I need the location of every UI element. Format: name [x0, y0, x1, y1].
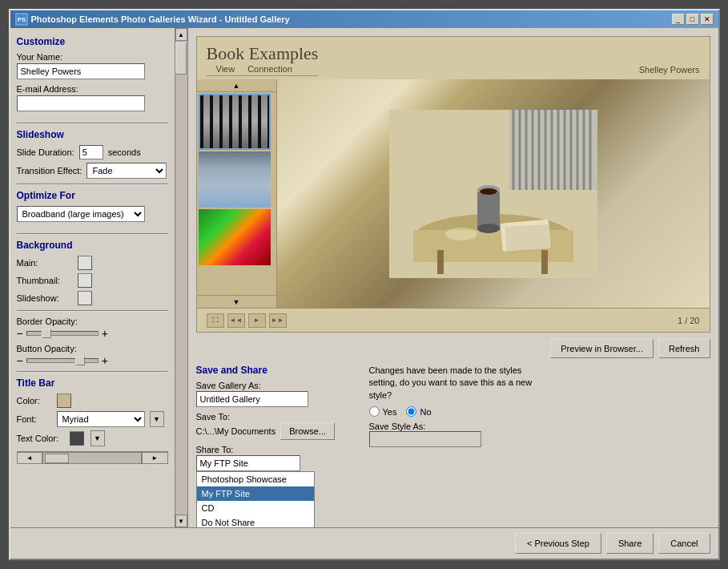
divider-2	[17, 184, 168, 185]
tab-connection[interactable]: Connection	[247, 64, 292, 75]
thumb-item-1[interactable]	[199, 94, 271, 150]
text-color-swatch[interactable]	[70, 431, 84, 446]
close-button[interactable]: ✕	[701, 14, 714, 25]
border-opacity-track[interactable]	[26, 331, 99, 336]
minimize-button[interactable]: _	[672, 14, 685, 25]
slide-duration-row: Slide Duration: seconds	[17, 145, 168, 159]
slide-duration-input[interactable]	[79, 145, 103, 159]
text-color-row: Text Color: ▼	[17, 430, 168, 446]
gallery-thumbs-panel: ▲ ▼	[197, 79, 277, 308]
share-to-input[interactable]	[196, 455, 300, 471]
sidebar-scroll-right[interactable]: ►	[142, 452, 168, 464]
border-opacity-plus[interactable]: +	[102, 328, 108, 339]
color-row: Color:	[17, 393, 168, 408]
bg-main-color[interactable]	[78, 256, 92, 270]
save-style-input[interactable]	[369, 431, 481, 447]
font-label: Font:	[17, 414, 52, 424]
bg-thumb-color[interactable]	[78, 273, 92, 288]
ctrl-fullscreen-btn[interactable]: ⛶	[207, 313, 224, 328]
text-color-dropdown-btn[interactable]: ▼	[90, 430, 105, 446]
window-body: Customize Your Name: E-mail Address: Sli…	[10, 28, 718, 527]
thumbs-scroll-up[interactable]: ▲	[197, 79, 276, 92]
border-opacity-minus[interactable]: −	[17, 328, 23, 339]
name-input[interactable]	[17, 63, 145, 79]
share-button[interactable]: Share	[606, 533, 654, 554]
section-title-bar: Title Bar	[17, 377, 168, 389]
yes-no-row: Yes No	[369, 406, 710, 417]
save-style-label: Save Style As:	[369, 422, 710, 431]
gallery-preview: Book Examples View Connection Shelley Po…	[196, 36, 710, 333]
bg-slide-color[interactable]	[78, 291, 92, 305]
gallery-tabs-title: Book Examples View Connection	[207, 43, 319, 76]
transition-row: Transition Effect: Fade Dissolve Cut	[17, 163, 168, 179]
save-to-label: Save To:	[196, 412, 356, 422]
no-radio-label[interactable]: No	[406, 406, 431, 417]
preview-browser-button[interactable]: Preview in Browser...	[550, 339, 654, 358]
bottom-bar: < Previous Step Share Cancel	[10, 527, 718, 559]
sidebar-scrollbar: ▲ ▼	[175, 28, 187, 527]
title-color[interactable]	[57, 393, 71, 408]
cancel-button[interactable]: Cancel	[658, 533, 710, 554]
font-dropdown-btn[interactable]: ▼	[150, 411, 164, 427]
button-opacity-thumb[interactable]	[75, 356, 85, 365]
thumb-item-3[interactable]	[199, 209, 271, 265]
section-customize: Customize	[17, 36, 168, 47]
previous-step-button[interactable]: < Previous Step	[515, 533, 601, 554]
yes-radio-label[interactable]: Yes	[369, 406, 397, 417]
gallery-header: Book Examples View Connection Shelley Po…	[197, 37, 710, 79]
border-opacity-thumb[interactable]	[42, 329, 51, 338]
border-opacity-label: Border Opacity:	[17, 317, 168, 326]
share-option-donot[interactable]: Do Not Share	[197, 515, 314, 527]
maximize-button[interactable]: □	[686, 14, 699, 25]
font-select[interactable]: Myriad Arial Times New Roman	[57, 411, 145, 427]
divider-1	[17, 123, 168, 124]
browse-button[interactable]: Browse...	[280, 422, 335, 440]
save-path: C:\...\My Documents	[196, 426, 276, 436]
button-opacity-track[interactable]	[26, 358, 99, 363]
gallery-as-input[interactable]	[196, 391, 308, 407]
window-title: Photoshop Elements Photo Galleries Wizar…	[31, 14, 290, 24]
refresh-button[interactable]: Refresh	[658, 339, 710, 358]
name-label: Your Name:	[17, 52, 168, 62]
scrollbar-down-btn[interactable]: ▼	[175, 515, 187, 527]
transition-select[interactable]: Fade Dissolve Cut	[86, 163, 167, 179]
border-opacity-slider-row: − +	[17, 328, 168, 339]
bg-main-row: Main:	[17, 256, 168, 270]
no-radio[interactable]	[406, 406, 416, 417]
button-opacity-plus[interactable]: +	[102, 355, 108, 366]
share-option-cd[interactable]: CD	[197, 501, 314, 515]
font-row: Font: Myriad Arial Times New Roman ▼	[17, 411, 168, 427]
svg-rect-11	[437, 250, 444, 274]
thumb-item-2[interactable]	[199, 151, 271, 208]
save-to-row: C:\...\My Documents Browse...	[196, 422, 356, 440]
thumbs-scroll-down[interactable]: ▼	[197, 295, 276, 308]
email-input[interactable]	[17, 95, 145, 111]
yes-radio[interactable]	[369, 406, 380, 417]
optimize-select[interactable]: Broadband (large images) Modem (small im…	[17, 206, 145, 222]
sidebar-scroll-left[interactable]: ◄	[17, 452, 43, 464]
button-opacity-minus[interactable]: −	[17, 355, 23, 366]
section-optimize: Optimize For	[17, 190, 168, 201]
gallery-title: Book Examples	[207, 43, 319, 64]
bg-thumb-label: Thumbnail:	[17, 276, 73, 285]
share-option-ftp[interactable]: My FTP Site	[197, 486, 314, 501]
button-opacity-label: Button Opacity:	[17, 344, 168, 353]
tab-view[interactable]: View	[216, 64, 235, 75]
email-label: E-mail Address:	[17, 84, 168, 94]
ctrl-next-btn[interactable]: ►►	[269, 313, 287, 328]
main-window: PS Photoshop Elements Photo Galleries Wi…	[9, 9, 720, 560]
share-option-photoshop[interactable]: Photoshop Showcase	[197, 472, 314, 486]
gallery-body: ▲ ▼	[197, 79, 710, 308]
scrollbar-up-btn[interactable]: ▲	[175, 28, 187, 41]
gallery-main-image	[277, 79, 710, 308]
ctrl-prev-btn[interactable]: ◄◄	[227, 313, 245, 328]
svg-point-10	[480, 188, 497, 195]
gallery-as-label: Save Gallery As:	[196, 381, 356, 390]
share-dropdown-menu: Photoshop Showcase My FTP Site CD Do Not…	[196, 471, 315, 527]
ctrl-play-btn[interactable]: ►	[248, 313, 266, 328]
sidebar-scroll-thumb[interactable]	[45, 454, 69, 463]
scrollbar-thumb[interactable]	[175, 42, 187, 75]
section-slideshow: Slideshow	[17, 129, 168, 140]
save-right: Changes have been made to the styles set…	[369, 365, 710, 519]
sidebar-bottom-scroll: ◄ ►	[17, 451, 168, 464]
